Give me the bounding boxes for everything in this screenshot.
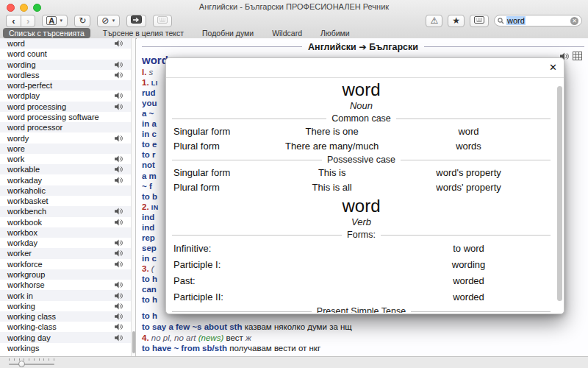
list-item[interactable]: workings bbox=[0, 343, 131, 353]
speaker-icon[interactable] bbox=[115, 61, 123, 68]
tab-fulltext-search[interactable]: Търсене в целия текст bbox=[97, 28, 190, 38]
speaker-icon[interactable] bbox=[115, 92, 123, 99]
list-item[interactable]: word processing software bbox=[0, 112, 131, 122]
list-item[interactable]: workday bbox=[0, 238, 131, 248]
form-hint: There are many/much bbox=[283, 141, 381, 152]
entry-segment: rep bbox=[142, 233, 155, 242]
entry-segment: получавам вести от нкг bbox=[229, 344, 320, 353]
entry-line: to h bbox=[142, 311, 157, 321]
list-item[interactable]: word processor bbox=[0, 122, 131, 132]
tab-search-list[interactable]: Списък с търсенията bbox=[3, 28, 90, 38]
tab-wildcard[interactable]: Wildcard bbox=[266, 28, 308, 38]
speaker-icon[interactable] bbox=[115, 250, 123, 257]
slider-thumb[interactable] bbox=[18, 361, 25, 367]
slider-ticks bbox=[9, 358, 54, 361]
speaker-icon[interactable] bbox=[115, 302, 123, 310]
list-item[interactable]: workaholic bbox=[0, 185, 131, 196]
speaker-icon[interactable] bbox=[115, 219, 123, 226]
speaker-icon[interactable] bbox=[115, 281, 123, 289]
list-item[interactable]: workbox bbox=[0, 227, 131, 238]
list-item[interactable]: workbook bbox=[0, 217, 131, 227]
list-item[interactable]: work in bbox=[0, 290, 131, 300]
popup-part-of-speech: Noun bbox=[166, 100, 556, 112]
font-menu-button[interactable]: A ▼ bbox=[42, 15, 68, 27]
clear-search-button[interactable]: ✕ bbox=[570, 17, 578, 25]
popup-close-button[interactable]: ✕ bbox=[549, 62, 557, 73]
popup-scrollbar-thumb[interactable] bbox=[557, 86, 562, 301]
form-value: worded bbox=[381, 291, 556, 302]
speaker-icon[interactable] bbox=[115, 261, 123, 268]
speaker-icon[interactable] bbox=[115, 135, 123, 142]
list-item[interactable]: work bbox=[0, 154, 131, 164]
list-item[interactable]: wording bbox=[0, 60, 131, 70]
speaker-icon[interactable] bbox=[115, 208, 123, 215]
list-item[interactable]: working day bbox=[0, 332, 131, 342]
speaker-icon[interactable] bbox=[115, 103, 123, 110]
slider-track bbox=[9, 364, 54, 365]
speaker-icon[interactable] bbox=[115, 71, 123, 79]
keyboard-viewer-button[interactable] bbox=[470, 15, 489, 27]
speaker-icon[interactable] bbox=[115, 334, 123, 342]
tab-similar-words[interactable]: Подобни думи bbox=[196, 28, 259, 38]
popup-part-of-speech: Verb bbox=[166, 216, 556, 228]
list-item[interactable]: working class bbox=[0, 311, 131, 322]
sidebar-scrollbar-track[interactable] bbox=[131, 38, 136, 356]
keyboard-icon bbox=[474, 15, 484, 26]
entry-segment: can bbox=[142, 285, 157, 294]
sidebar-scrollbar-thumb[interactable] bbox=[132, 331, 135, 353]
list-item[interactable]: workaday bbox=[0, 174, 131, 185]
entry-segment: in a bbox=[142, 119, 157, 128]
report-error-button[interactable]: ⚠ bbox=[426, 15, 442, 27]
speaker-icon[interactable] bbox=[115, 166, 123, 173]
search-input[interactable]: word ✕ bbox=[494, 15, 582, 26]
list-item[interactable]: workbench bbox=[0, 206, 131, 216]
entry-segment: 1. bbox=[142, 78, 151, 87]
popup-section-divider: Present Simple Tense bbox=[172, 306, 551, 313]
list-item[interactable]: worker bbox=[0, 248, 131, 258]
speaker-icon[interactable] bbox=[115, 292, 123, 300]
history-menu-button[interactable]: ⊘ ▼ bbox=[97, 15, 120, 27]
font-size-slider[interactable] bbox=[9, 358, 54, 367]
popup-section-divider: Possessive case bbox=[172, 155, 551, 165]
refresh-button[interactable]: ↻ bbox=[74, 15, 90, 27]
list-item[interactable]: wordless bbox=[0, 70, 131, 80]
popup-scrollbar-track[interactable] bbox=[557, 80, 562, 309]
list-item[interactable]: workhorse bbox=[0, 280, 131, 290]
list-item[interactable]: wore bbox=[0, 144, 131, 154]
list-item[interactable]: working bbox=[0, 301, 131, 311]
entry-segment: IN bbox=[151, 204, 159, 211]
list-item[interactable]: word bbox=[0, 38, 131, 49]
speaker-icon[interactable] bbox=[115, 313, 123, 320]
list-item[interactable]: wordplay bbox=[0, 91, 131, 101]
list-item[interactable]: word-perfect bbox=[0, 80, 131, 91]
list-item-label: worker bbox=[7, 249, 32, 258]
list-item[interactable]: workbasket bbox=[0, 196, 131, 206]
translate-button[interactable] bbox=[126, 15, 146, 27]
speaker-icon[interactable] bbox=[115, 177, 123, 184]
list-item[interactable]: word count bbox=[0, 49, 131, 59]
list-item-label: workable bbox=[7, 165, 40, 174]
list-item[interactable]: wordy bbox=[0, 132, 131, 143]
back-button[interactable]: ‹ bbox=[6, 15, 21, 27]
entry-segment: s bbox=[149, 68, 154, 77]
entry-segment: ind bbox=[142, 213, 154, 222]
list-item-label: working day bbox=[7, 333, 51, 342]
list-item[interactable]: word processing bbox=[0, 102, 131, 112]
list-item[interactable]: workable bbox=[0, 164, 131, 174]
speaker-icon[interactable] bbox=[115, 239, 123, 247]
entry-segment: казвам няколко думи за нщ bbox=[245, 322, 352, 331]
form-value: words bbox=[381, 141, 556, 152]
favorites-button[interactable]: ★ bbox=[448, 15, 465, 27]
popup-content: wordNounCommon caseSingular formThere is… bbox=[166, 78, 556, 313]
entry-segment: rud bbox=[142, 88, 156, 97]
speaker-icon[interactable] bbox=[115, 155, 123, 163]
list-item[interactable]: working-class bbox=[0, 322, 131, 332]
forward-button[interactable]: › bbox=[21, 15, 35, 27]
tab-favorites[interactable]: Любими bbox=[315, 28, 356, 38]
list-item[interactable]: workforce bbox=[0, 259, 131, 269]
speaker-icon[interactable] bbox=[115, 323, 123, 330]
entry-segment: word bbox=[142, 54, 168, 66]
speaker-icon[interactable] bbox=[115, 40, 123, 47]
list-item[interactable]: workgroup bbox=[0, 269, 131, 280]
keyboard-button[interactable] bbox=[153, 15, 172, 27]
